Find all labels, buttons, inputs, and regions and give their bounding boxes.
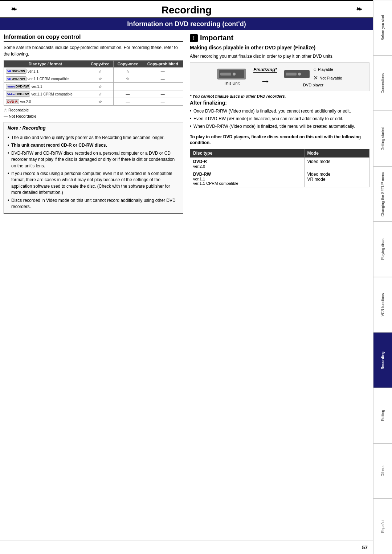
copy-control-intro: Some satellite broadcasts include copy-p… — [4, 44, 183, 57]
right-sidebar: Before you start Connections Getting sta… — [373, 0, 392, 554]
dvdr-badge: DVD-R — [6, 99, 19, 104]
sidebar-tab-changing-setup[interactable]: Changing the SETUP menu — [373, 166, 392, 222]
this-unit-box: This Unit — [217, 69, 246, 85]
not-playable-label: ✕ Not Playable — [313, 74, 342, 81]
playable-label: ○ Playable — [313, 66, 342, 72]
ok-icon: ○ — [313, 66, 316, 72]
cross-icon: ✕ — [313, 74, 318, 81]
disc-type-col: Disc type — [190, 149, 305, 158]
note-title: Note : Recording — [8, 125, 179, 132]
col-header-copy-once: Copy-once — [113, 61, 142, 68]
dvdrw-ver1: ver.1.1 — [193, 177, 301, 181]
mode-col: Mode — [304, 149, 369, 158]
dvd-player-box: ○ Playable ✕ Not Playable DVD player — [284, 66, 342, 87]
table-row: VideoDVD-RW ver.1.1 CPRM compatible ☆ — … — [4, 90, 183, 98]
section-bar: Information on DVD recording (cont'd) — [0, 18, 373, 30]
finalize-arrow-group: Finalizing* → — [253, 67, 277, 87]
dvdr-mode: Video mode — [304, 158, 369, 170]
finalizing-label: Finalizing* — [253, 67, 277, 73]
list-item: Once DVD-R/RW (Video mode) is finalized,… — [190, 107, 369, 115]
copy-control-section: Information on copy control Some satelli… — [4, 34, 183, 118]
dvdrw-video-badge: VideoDVD-RW — [6, 84, 30, 89]
table-row: VRDVD-RW ver.1.1 ☆ ☆ — — [4, 68, 183, 75]
sidebar-tab-playing-discs[interactable]: Playing discs — [373, 221, 392, 277]
sidebar-tab-espanol[interactable]: Español — [373, 498, 392, 554]
dvdr-ver: ver.2.0 — [193, 164, 301, 168]
warning-icon: ! — [190, 34, 198, 42]
table-row: DVD-R ver.2.0 Video mode — [190, 158, 369, 170]
table-row: VRDVD-RW ver.1.1 CPRM compatible ☆ ☆ — — [4, 75, 183, 83]
sidebar-tab-vcr[interactable]: VCR functions — [373, 277, 392, 333]
dvdrw-vr-badge: VRDVD-RW — [6, 69, 26, 74]
note-box: Note : Recording The audio and video qua… — [4, 122, 183, 214]
right-arrow: → — [260, 76, 270, 87]
this-unit-label: This Unit — [224, 81, 240, 85]
condition-para: To play in other DVD players, finalize d… — [190, 134, 369, 146]
sidebar-tab-others[interactable]: Others — [373, 443, 392, 499]
result-box: ○ Playable ✕ Not Playable — [313, 66, 342, 81]
dvdrw-mode-video: Video mode — [307, 172, 366, 177]
copy-table: Disc type / format Copy-free Copy-once C… — [4, 60, 183, 106]
important-section: ! Important Making discs playable in oth… — [190, 34, 369, 187]
sidebar-tab-recording[interactable]: Recording — [373, 333, 392, 388]
section-bar-text: Information on DVD recording (cont'd) — [127, 20, 246, 28]
dvdrw-video-cprm-badge: VideoDVD-RW — [6, 91, 30, 97]
list-item: Discs recorded in Video mode on this uni… — [8, 197, 179, 211]
dvdrw-mode-vr: VR mode — [307, 177, 366, 182]
finalize-note: * You cannot finalize discs in other DVD… — [190, 94, 369, 98]
finalize-subtitle: Making discs playable in other DVD playe… — [190, 44, 369, 51]
list-item: Even if DVD-RW (VR mode) is finalized, y… — [190, 115, 369, 123]
sidebar-tab-editing[interactable]: Editing — [373, 388, 392, 443]
title-text: Recording — [162, 4, 212, 16]
list-item: When DVD-R/RW (Video mode) is finalized,… — [190, 123, 369, 130]
list-item: If you record a disc using a personal co… — [8, 170, 179, 197]
table-row: DVD-RW ver.1.1 ver.1.1 CPRM compatible V… — [190, 170, 369, 187]
dvdrw-name: DVD-RW — [193, 172, 301, 177]
disc-type-table: Disc type Mode DVD-R ver.2.0 Video mode — [190, 149, 369, 187]
sidebar-tab-connections[interactable]: Connections — [373, 56, 392, 111]
sidebar-tab-before-you-start[interactable]: Before you start — [373, 0, 392, 56]
note-list: The audio and video quality gets poorer … — [8, 134, 179, 211]
dvd-player-device — [284, 70, 310, 78]
footnote-dash: — Not Recordable — [4, 114, 183, 118]
list-item: This unit cannot record CD-R or CD-RW di… — [8, 142, 179, 149]
dvdrw-ver1-cprm: ver.1.1 CPRM compatible — [193, 181, 301, 186]
sidebar-tab-getting-started[interactable]: Getting started — [373, 111, 392, 166]
page-number: 57 — [0, 541, 373, 554]
after-finalizing-title: After finalizing: — [190, 100, 369, 106]
finalize-intro: After recording you must finalize disc i… — [190, 53, 369, 60]
col-header-disc: Disc type / format — [4, 61, 87, 68]
important-title: ! Important — [190, 34, 369, 42]
dvdrw-vr-cprm-badge: VRDVD-RW — [6, 76, 26, 81]
after-finalizing: After finalizing: Once DVD-R/RW (Video m… — [190, 100, 369, 130]
col-header-copy-free: Copy-free — [87, 61, 113, 68]
page-title: Recording — [0, 0, 373, 18]
after-finalizing-list: Once DVD-R/RW (Video mode) is finalized,… — [190, 107, 369, 130]
list-item: DVD-R/RW and CD-R/RW discs recorded on a… — [8, 150, 179, 170]
col-header-copy-prohibited: Copy-prohibited — [142, 61, 183, 68]
dvd-player-label: DVD player — [303, 83, 323, 87]
list-item: The audio and video quality gets poorer … — [8, 134, 179, 142]
finalize-diagram: This Unit Finalizing* → — [190, 62, 369, 91]
this-unit-device — [217, 69, 246, 80]
table-row: VideoDVD-RW ver.1.1 ☆ — — — [4, 83, 183, 90]
dvdr-name: DVD-R — [193, 159, 301, 164]
table-row: DVD-R ver.2.0 ☆ — — — [4, 98, 183, 106]
footnote-star: ☆ Recordable — [4, 108, 183, 113]
copy-control-title: Information on copy control — [4, 34, 183, 42]
